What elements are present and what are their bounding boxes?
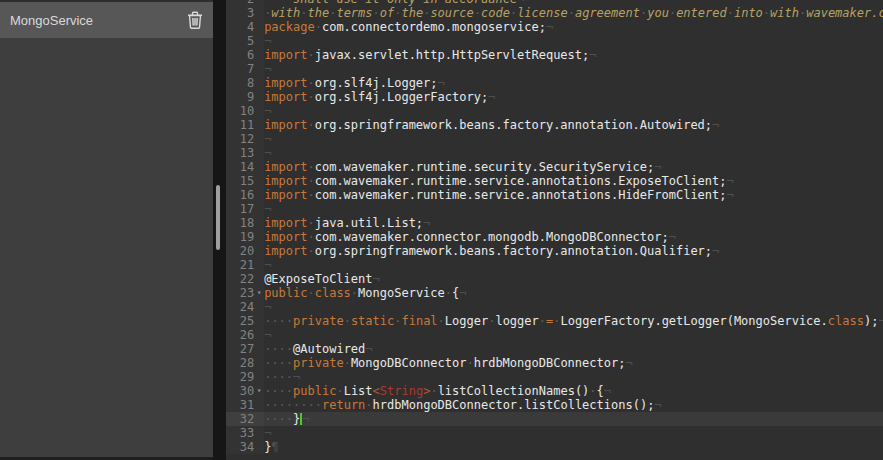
line-number: 22 [226,272,254,286]
code-line[interactable]: 27····@Autowired¬ [226,342,883,356]
fold-gutter [254,412,264,426]
code-line[interactable]: 5¬ [226,34,883,48]
code-line[interactable]: 9import·org.slf4j.LoggerFactory;¬ [226,90,883,104]
code-line[interactable]: 33¬ [226,426,883,440]
fold-gutter [254,356,264,370]
code-line[interactable]: 28····private·MongoDBConnector·hrdbMongo… [226,356,883,370]
fold-gutter [254,370,264,384]
panel-divider [213,0,226,460]
fold-gutter [254,230,264,244]
eol-marker: ¬ [365,342,372,356]
eol-marker: ¬ [712,244,719,258]
code-line[interactable]: 11import·org.springframework.beans.facto… [226,118,883,132]
code-line[interactable]: 24¬ [226,300,883,314]
eol-marker: ¬ [654,398,661,412]
code-line[interactable]: 29····¬ [226,370,883,384]
code-text: ¬ [264,62,883,76]
line-number: 34 [226,440,254,454]
eol-marker: ¬ [264,146,271,160]
code-editor[interactable]: 2····shall·use·it·only·in·accordance¬3·w… [226,0,883,460]
line-number: 19 [226,230,254,244]
line-number: 27 [226,342,254,356]
line-number: 17 [226,202,254,216]
code-line[interactable]: 10¬ [226,104,883,118]
code-line[interactable]: 6import·javax.servlet.http.HttpServletRe… [226,48,883,62]
line-number: 18 [226,216,254,230]
line-number: 26 [226,328,254,342]
code-text: ¬ [264,146,883,160]
fold-arrow-icon[interactable]: ▾ [254,384,264,398]
code-line[interactable]: 34}¶ [226,440,883,454]
eol-marker: ¬ [727,174,734,188]
code-line[interactable]: 15import·com.wavemaker.runtime.service.a… [226,174,883,188]
sidebar-item-mongoservice[interactable]: MongoService [0,2,213,38]
code-line[interactable]: 18import·java.util.List;¬ [226,216,883,230]
fold-gutter [254,160,264,174]
code-line[interactable]: 31········return·hrdbMongoDBConnector.li… [226,398,883,412]
fold-arrow-icon[interactable]: ▾ [254,286,264,300]
code-line[interactable]: 14import·com.wavemaker.runtime.security.… [226,160,883,174]
code-text: import·java.util.List;¬ [264,216,883,230]
code-text: public·class·MongoService·{¬ [264,286,883,300]
fold-gutter [254,34,264,48]
line-number: 5 [226,34,254,48]
eol-marker: ¬ [264,62,271,76]
eol-marker: ¬ [625,356,632,370]
eol-marker: ¬ [604,384,611,398]
line-number: 4 [226,20,254,34]
eol-marker: ¬ [264,104,271,118]
eol-marker: ¬ [264,258,271,272]
fold-gutter [254,118,264,132]
code-line[interactable]: 22@ExposeToClient¬ [226,272,883,286]
trash-icon[interactable] [185,10,205,30]
code-text: ¬ [264,328,883,342]
code-text: ¬ [264,34,883,48]
fold-gutter [254,398,264,412]
line-number: 12 [226,132,254,146]
scrollbar-thumb[interactable] [216,185,220,250]
eol-marker: ¬ [546,20,553,34]
code-line[interactable]: 23▾public·class·MongoService·{¬ [226,286,883,300]
fold-gutter [254,342,264,356]
code-text: ¬ [264,202,883,216]
code-line[interactable]: 20import·org.springframework.beans.facto… [226,244,883,258]
code-text: ¬ [264,258,883,272]
fold-gutter [254,328,264,342]
eol-marker: ¬ [712,118,719,132]
line-number: 30 [226,384,254,398]
code-text: ¬ [264,104,883,118]
code-line[interactable]: 17¬ [226,202,883,216]
code-line[interactable]: 21¬ [226,258,883,272]
code-line[interactable]: 32····}¬ [226,412,883,426]
eol-marker: ¬ [293,370,300,384]
eol-marker: ¬ [669,230,676,244]
code-line[interactable]: 8import·org.slf4j.Logger;¬ [226,76,883,90]
code-line[interactable]: 30▾····public·List<String>·listCollectio… [226,384,883,398]
eol-marker: ¬ [264,328,271,342]
code-line[interactable]: 19import·com.wavemaker.connector.mongodb… [226,230,883,244]
fold-gutter [254,76,264,90]
eol-marker: ¬ [264,34,271,48]
code-line[interactable]: 25····private·static·final·Logger·logger… [226,314,883,328]
eol-marker: ¬ [373,272,380,286]
line-number: 13 [226,146,254,160]
code-line[interactable]: 16import·com.wavemaker.runtime.service.a… [226,188,883,202]
code-text: ·with·the·terms·of·the·source·code·licen… [264,6,883,20]
code-line[interactable]: 3·with·the·terms·of·the·source·code·lice… [226,6,883,20]
code-line[interactable]: 7¬ [226,62,883,76]
code-line[interactable]: 26¬ [226,328,883,342]
code-line[interactable]: 12¬ [226,132,883,146]
line-number: 11 [226,118,254,132]
code-lines: 2····shall·use·it·only·in·accordance¬3·w… [226,0,883,454]
code-line[interactable]: 4package·com.connectordemo.mongoservice;… [226,20,883,34]
fold-gutter [254,188,264,202]
code-text: import·com.wavemaker.connector.mongodb.M… [264,230,883,244]
code-text: ····@Autowired¬ [264,342,883,356]
line-number: 24 [226,300,254,314]
code-text: ¬ [264,426,883,440]
fold-gutter [254,20,264,34]
line-number: 6 [226,48,254,62]
code-text: import·org.slf4j.LoggerFactory;¬ [264,90,883,104]
line-number: 20 [226,244,254,258]
code-line[interactable]: 13¬ [226,146,883,160]
